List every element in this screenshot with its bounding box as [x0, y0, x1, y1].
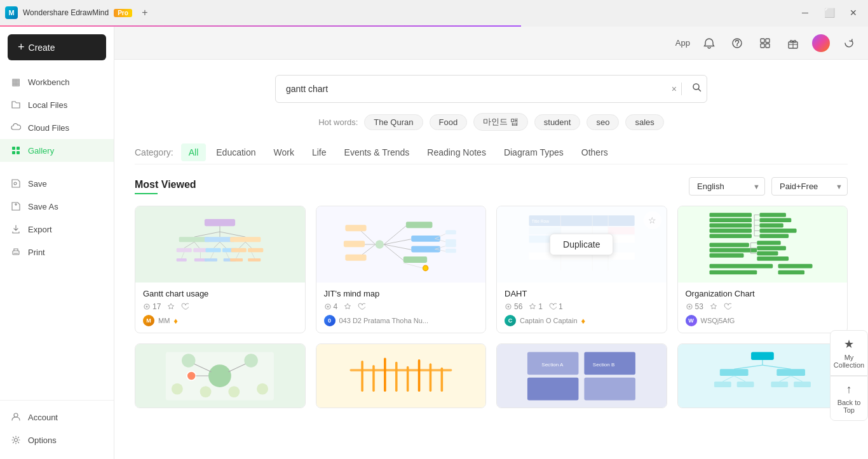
svg-rect-11: [766, 44, 770, 48]
maximize-button[interactable]: ⬜: [820, 3, 839, 22]
save-as-label: Save As: [28, 202, 58, 211]
card-row2-1[interactable]: [135, 343, 306, 408]
help-button[interactable]: [728, 34, 746, 52]
card-row2-2[interactable]: [316, 343, 487, 408]
search-submit-button[interactable]: [692, 83, 702, 95]
category-education[interactable]: Education: [208, 143, 263, 161]
search-input[interactable]: [275, 75, 707, 103]
app-button[interactable]: App: [675, 38, 690, 48]
svg-point-128: [245, 354, 258, 367]
sidebar-item-cloud-files[interactable]: Cloud Files: [0, 116, 114, 139]
card-stats-mindmap: 4: [324, 302, 478, 311]
svg-rect-139: [372, 365, 375, 392]
hot-words: Hot words: The Quran Food 마인드 맵 student …: [135, 113, 848, 131]
svg-rect-157: [776, 369, 805, 376]
card-info-mindmap: JIT's mind map 4: [316, 283, 486, 333]
category-events-trends[interactable]: Events & Trends: [337, 143, 417, 161]
sidebar-item-local-files[interactable]: Local Files: [0, 93, 114, 116]
sidebar-item-export[interactable]: Export: [0, 218, 114, 241]
svg-line-23: [194, 242, 200, 248]
notification-button[interactable]: [700, 34, 718, 52]
hot-word-food[interactable]: Food: [430, 114, 468, 130]
duplicate-button[interactable]: Duplicate: [550, 234, 613, 255]
grid-button[interactable]: [756, 34, 774, 52]
search-clear-button[interactable]: ×: [672, 84, 677, 94]
svg-rect-69: [344, 241, 365, 247]
category-life[interactable]: Life: [304, 143, 334, 161]
svg-rect-115: [757, 241, 780, 245]
svg-rect-109: [710, 248, 757, 253]
sidebar-item-account[interactable]: Account: [0, 406, 114, 429]
svg-rect-141: [395, 361, 398, 391]
sidebar-item-options[interactable]: Options: [0, 429, 114, 451]
category-reading-notes[interactable]: Reading Notes: [419, 143, 494, 161]
create-button[interactable]: + Create: [8, 34, 106, 60]
sidebar-item-print[interactable]: Print: [0, 241, 114, 263]
like-count: [358, 303, 365, 310]
category-work[interactable]: Work: [266, 143, 302, 161]
svg-point-135: [187, 371, 196, 380]
card-org-chart[interactable]: Organization Chart 53: [677, 206, 848, 333]
svg-point-132: [257, 383, 268, 394]
create-label: Create: [29, 43, 55, 53]
card-jit-mindmap[interactable]: JIT's mind map 4: [316, 206, 487, 333]
svg-rect-10: [761, 44, 764, 48]
hot-word-sales[interactable]: sales: [625, 114, 663, 130]
svg-point-126: [208, 364, 231, 387]
svg-line-31: [245, 242, 252, 248]
minimize-button[interactable]: ─: [796, 3, 815, 22]
main-layout: + Create ▦ Workbench Local Files: [0, 27, 868, 459]
card-daht[interactable]: Title Row: [496, 206, 667, 333]
back-to-top-button[interactable]: ↑ Back toTop: [830, 376, 868, 421]
filter-dropdowns: English Chinese Japanese Korean ▼ Paid+F…: [689, 177, 848, 196]
svg-rect-148: [527, 377, 579, 400]
author-avatar: C: [505, 315, 516, 326]
star-count: [710, 303, 717, 310]
svg-rect-119: [710, 264, 773, 269]
hot-word-seo[interactable]: seo: [587, 114, 619, 130]
svg-rect-152: [751, 352, 774, 360]
favorite-button[interactable]: ☆: [644, 211, 661, 229]
card-row2-3[interactable]: Section A Section B: [496, 343, 667, 408]
local-files-icon: [10, 99, 22, 110]
svg-rect-156: [720, 369, 749, 376]
collection-label: MyCollection: [834, 354, 864, 369]
user-avatar[interactable]: [812, 34, 830, 52]
sidebar-item-gallery[interactable]: Gallery: [0, 139, 114, 162]
card-gantt-chart[interactable]: Gantt chart usage 17: [135, 206, 306, 333]
sidebar-item-label: Workbench: [28, 77, 70, 87]
hot-word-student[interactable]: student: [534, 114, 581, 130]
category-all[interactable]: All: [181, 143, 207, 161]
sidebar-item-workbench[interactable]: ▦ Workbench: [0, 70, 114, 93]
svg-rect-35: [177, 258, 187, 262]
svg-line-155: [763, 365, 791, 369]
price-dropdown[interactable]: Paid+Free Free Paid: [771, 177, 848, 196]
svg-rect-145: [440, 367, 443, 391]
hot-word-the-quran[interactable]: The Quran: [364, 114, 423, 130]
gift-button[interactable]: [784, 34, 802, 52]
svg-rect-120: [710, 270, 757, 275]
category-diagram-types[interactable]: Diagram Types: [496, 143, 571, 161]
language-dropdown[interactable]: English Chinese Japanese Korean: [689, 177, 765, 196]
close-button[interactable]: ✕: [844, 3, 863, 22]
cloud-files-icon: [10, 122, 22, 133]
card-row2-4[interactable]: [677, 343, 848, 408]
sidebar-item-save-as[interactable]: Save As: [0, 195, 114, 218]
svg-rect-105: [760, 223, 783, 228]
titlebar-left: M Wondershare EdrawMind Pro +: [5, 5, 796, 20]
author-avatar: W: [686, 315, 697, 326]
svg-rect-68: [346, 225, 367, 231]
collection-icon: ★: [844, 337, 854, 351]
svg-line-26: [214, 242, 220, 248]
my-collection-button[interactable]: ★ MyCollection: [830, 330, 868, 376]
hot-word-mindmap[interactable]: 마인드 맵: [473, 113, 528, 131]
star-count: [167, 303, 175, 310]
section-header: Most Viewed English Chinese Japanese Kor…: [135, 177, 848, 196]
category-others[interactable]: Others: [574, 143, 616, 161]
new-tab-button[interactable]: +: [137, 5, 153, 20]
workbench-icon: ▦: [10, 76, 22, 88]
sidebar-item-save[interactable]: Save: [0, 172, 114, 195]
refresh-button[interactable]: [840, 34, 858, 52]
svg-point-74: [327, 306, 329, 308]
svg-rect-59: [403, 256, 427, 263]
